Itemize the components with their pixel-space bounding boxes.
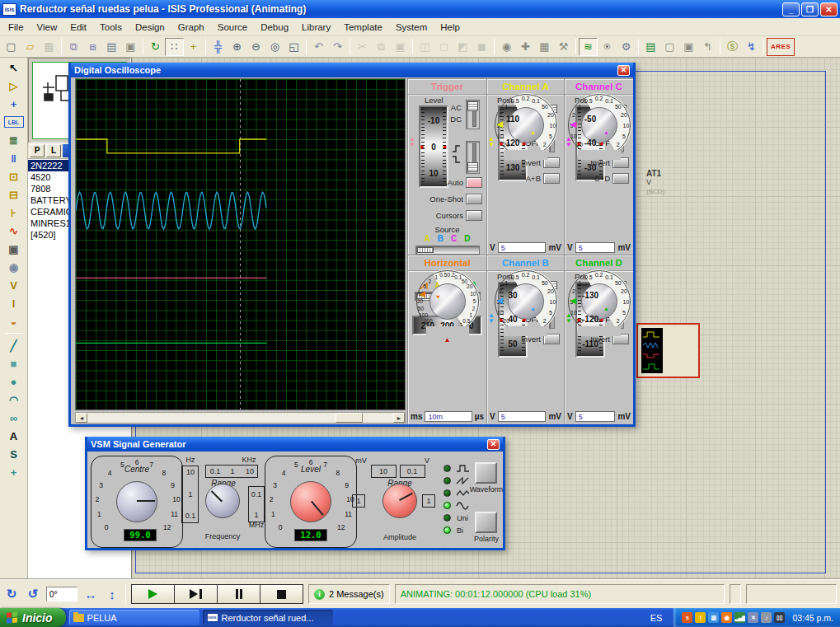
import-section[interactable]: ⧉ xyxy=(64,38,83,56)
gain-value-input[interactable] xyxy=(498,411,547,422)
origin[interactable]: + xyxy=(184,38,203,56)
oscilloscope-title-bar[interactable]: Digital Oscilloscope ✕ xyxy=(71,63,633,77)
frequency-range-knob[interactable] xyxy=(205,484,240,518)
oscilloscope-scrollbar[interactable]: ◄ ► xyxy=(75,412,406,423)
centre-knob[interactable] xyxy=(116,481,157,522)
tape-recorder-mode[interactable]: ▣ xyxy=(4,240,24,258)
electrical-rule-check[interactable]: ↯ xyxy=(742,38,761,56)
buses-mode[interactable]: ǁ xyxy=(4,149,24,167)
trigger-source-slider[interactable] xyxy=(415,246,480,255)
2d-path-mode[interactable]: ∞ xyxy=(4,409,24,427)
packaging-tool[interactable]: ▦ xyxy=(535,38,554,56)
position-dial[interactable]: -130-120-110►◄ xyxy=(575,282,605,358)
marker-mode[interactable]: + xyxy=(4,463,24,481)
2d-arc-mode[interactable]: ◠ xyxy=(4,391,24,409)
c-d-button[interactable] xyxy=(612,173,629,184)
undo[interactable]: ↶ xyxy=(309,38,328,56)
trigger-auto-button[interactable] xyxy=(466,177,482,188)
zoom-in[interactable]: ⊕ xyxy=(228,38,246,56)
new-design[interactable]: ▢ xyxy=(2,38,21,56)
pause-button[interactable] xyxy=(218,585,260,603)
netlist-to-ares[interactable]: ARES xyxy=(767,38,795,56)
pick-parts[interactable]: ◉ xyxy=(497,38,516,56)
bill-of-materials[interactable]: ⓢ xyxy=(723,38,742,56)
paste[interactable]: ▣ xyxy=(391,38,410,56)
gain-value-input[interactable] xyxy=(498,242,547,253)
a-b-button[interactable] xyxy=(543,173,560,184)
current-probe-mode[interactable]: I xyxy=(4,294,24,312)
trigger-level-dial[interactable]: -10 0 10 ► ◄ xyxy=(419,105,448,188)
close-icon[interactable]: ✕ xyxy=(617,65,630,76)
start-button[interactable]: Inicio xyxy=(0,608,66,627)
flip-horizontal-icon[interactable]: ↔ xyxy=(82,587,99,601)
menu-item-graph[interactable]: Graph xyxy=(171,20,211,35)
text-script-mode[interactable]: ≣ xyxy=(4,131,24,149)
selection-mode[interactable]: ↖ xyxy=(4,58,24,77)
timebase-value-input[interactable] xyxy=(425,411,472,422)
zoom-out[interactable]: ⊖ xyxy=(246,38,265,56)
exit-to-parent[interactable]: ↰ xyxy=(698,38,717,56)
library-manager-button[interactable]: L xyxy=(46,144,61,157)
menu-item-library[interactable]: Library xyxy=(295,20,337,35)
amplitude-range-knob[interactable] xyxy=(382,484,417,518)
generator-mode[interactable]: ◉ xyxy=(4,258,24,276)
design-explorer[interactable]: ▤ xyxy=(641,38,660,56)
block-delete[interactable]: ◼ xyxy=(472,38,491,56)
trigger-coupling-switch[interactable] xyxy=(466,100,480,129)
oscilloscope-component[interactable] xyxy=(636,323,700,378)
terminals-mode[interactable]: ⊟ xyxy=(4,185,24,204)
minimize-button[interactable]: _ xyxy=(782,2,800,16)
pan[interactable]: ╬ xyxy=(209,38,228,56)
open-design[interactable]: ▱ xyxy=(21,38,40,56)
device-pins-mode[interactable]: ⊦ xyxy=(4,204,24,222)
junction-dot-mode[interactable]: + xyxy=(4,95,24,113)
step-button[interactable] xyxy=(175,585,217,603)
menu-item-help[interactable]: Help xyxy=(434,20,467,35)
scrollbar-track[interactable] xyxy=(87,413,393,423)
graph-mode[interactable]: ∿ xyxy=(4,222,24,240)
flip-vertical-icon[interactable]: ↕ xyxy=(104,587,120,601)
voltage-probe-mode[interactable]: V xyxy=(4,276,24,294)
trigger-cursors-button[interactable] xyxy=(466,210,482,221)
taskbar-clock[interactable]: 03:45 p.m. xyxy=(787,613,833,623)
trigger-level-arrows[interactable]: ▲▼ xyxy=(409,136,415,147)
menu-item-template[interactable]: Template xyxy=(337,20,389,35)
block-copy[interactable]: ◫ xyxy=(415,38,434,56)
wire-label-mode[interactable]: LBL xyxy=(4,116,24,128)
gain-knob[interactable]: ▲ xyxy=(508,283,544,320)
language-indicator[interactable]: ES xyxy=(642,613,671,623)
gain-value-input[interactable] xyxy=(575,411,616,422)
level-knob[interactable] xyxy=(290,481,331,522)
restore-button[interactable]: ❐ xyxy=(801,2,819,16)
close-button[interactable]: ✕ xyxy=(820,2,838,16)
position-dial[interactable]: 304050►◄ xyxy=(498,282,528,358)
antivirus-icon[interactable]: s xyxy=(682,612,692,623)
toggle-grid[interactable]: ∷ xyxy=(165,38,184,56)
virtual-instruments-mode[interactable]: ◒ xyxy=(4,312,24,330)
make-device[interactable]: ✚ xyxy=(516,38,535,56)
position-dial[interactable]: -50-40-30►◄ xyxy=(575,105,605,181)
download-agent-icon[interactable]: ◉ xyxy=(721,612,732,623)
zoom-area[interactable]: ◱ xyxy=(284,38,303,56)
play-button[interactable] xyxy=(132,585,174,603)
search-tag[interactable]: ⍟ xyxy=(598,38,617,56)
2d-box-mode[interactable]: ■ xyxy=(4,354,24,372)
copy[interactable]: ⧉ xyxy=(372,38,391,56)
component-mode[interactable]: ▷ xyxy=(4,77,24,95)
new-sheet[interactable]: ▢ xyxy=(660,38,679,56)
gain-knob[interactable]: ▲ xyxy=(508,107,544,143)
rotate-clockwise-icon[interactable]: ↻ xyxy=(3,587,20,601)
rotate-anticlockwise-icon[interactable]: ↺ xyxy=(25,587,41,601)
pick-devices-button[interactable]: P xyxy=(30,144,45,157)
cut[interactable]: ✂ xyxy=(353,38,372,56)
taskbar-task-rerductor-se-al-rued-[interactable]: isisRerductor señal rued... xyxy=(203,610,333,625)
menu-item-debug[interactable]: Debug xyxy=(254,20,295,35)
property-assignment[interactable]: ⚙ xyxy=(617,38,636,56)
remote-desktop-icon[interactable]: ▥ xyxy=(708,612,719,623)
2d-line-mode[interactable]: ╱ xyxy=(4,336,24,354)
trigger-oneshot-button[interactable] xyxy=(466,194,482,204)
scroll-right-icon[interactable]: ► xyxy=(393,413,405,423)
stop-button[interactable] xyxy=(260,585,303,603)
network-error-icon[interactable]: ✕ xyxy=(748,612,758,623)
taskbar-task-pelua[interactable]: PELUA xyxy=(69,610,199,625)
